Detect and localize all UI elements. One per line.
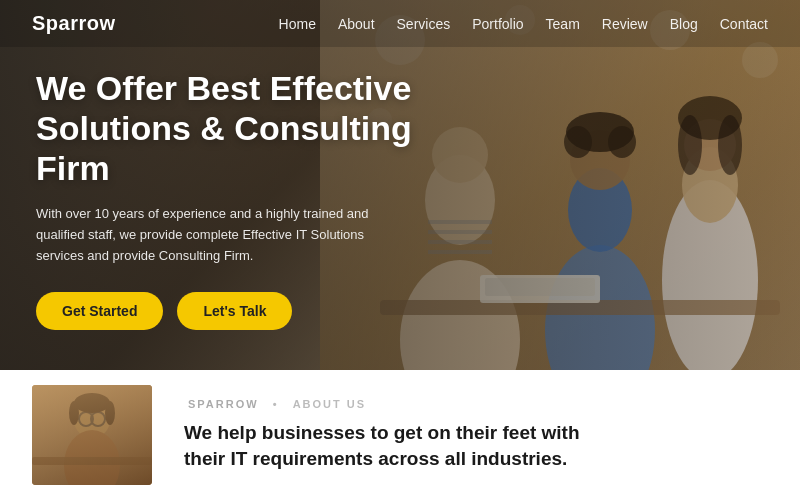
svg-point-40: [64, 430, 120, 485]
svg-line-36: [105, 418, 108, 419]
svg-point-39: [105, 401, 115, 425]
nav-item-home[interactable]: Home: [279, 15, 316, 33]
svg-point-31: [74, 402, 110, 438]
about-text-block: SPARROW • ABOUT US We help businesses to…: [184, 398, 768, 471]
svg-rect-30: [32, 385, 152, 485]
hero-section: Sparrow Home About Services Portfolio Te…: [0, 0, 800, 370]
svg-point-38: [69, 401, 79, 425]
lets-talk-button[interactable]: Let's Talk: [177, 292, 292, 330]
about-photo: [32, 385, 152, 485]
svg-rect-41: [32, 457, 152, 465]
nav-item-contact[interactable]: Contact: [720, 15, 768, 33]
nav-menu: Home About Services Portfolio Team Revie…: [279, 15, 768, 33]
about-label: SPARROW • ABOUT US: [184, 398, 768, 410]
nav-item-services[interactable]: Services: [397, 15, 451, 33]
hero-subtitle: With over 10 years of experience and a h…: [36, 204, 396, 266]
brand-logo: Sparrow: [32, 12, 116, 35]
about-heading: We help businesses to get on their feet …: [184, 420, 768, 471]
about-section: SPARROW • ABOUT US We help businesses to…: [0, 370, 800, 500]
hero-content: We Offer Best Effective Solutions & Cons…: [0, 8, 460, 363]
svg-rect-29: [32, 385, 152, 485]
hero-title: We Offer Best Effective Solutions & Cons…: [36, 68, 428, 188]
get-started-button[interactable]: Get Started: [36, 292, 163, 330]
nav-item-about[interactable]: About: [338, 15, 375, 33]
navbar: Sparrow Home About Services Portfolio Te…: [0, 0, 800, 47]
svg-point-32: [79, 412, 93, 426]
nav-item-blog[interactable]: Blog: [670, 15, 698, 33]
hero-buttons: Get Started Let's Talk: [36, 292, 428, 330]
svg-point-33: [91, 412, 105, 426]
about-image: [32, 385, 152, 485]
svg-point-37: [74, 393, 110, 413]
svg-line-34: [76, 418, 79, 419]
nav-item-team[interactable]: Team: [546, 15, 580, 33]
nav-item-portfolio[interactable]: Portfolio: [472, 15, 523, 33]
nav-item-review[interactable]: Review: [602, 15, 648, 33]
